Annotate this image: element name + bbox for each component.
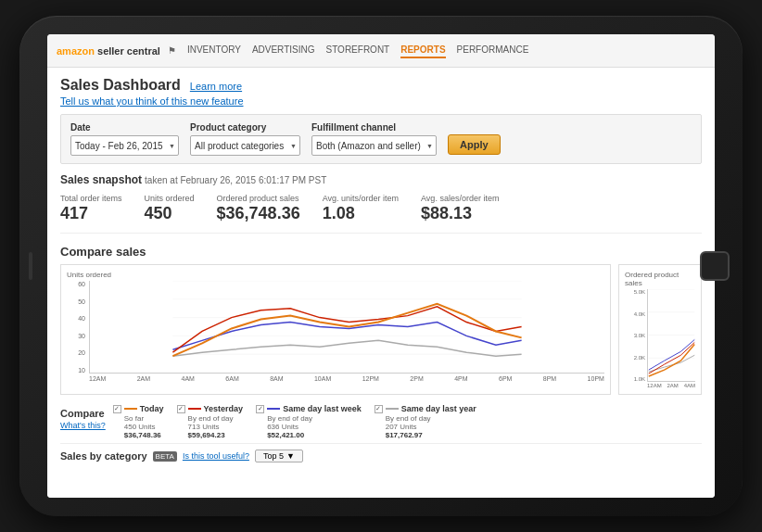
legend-yesterday: ✓ Yesterday By end of day 713 Units $59,…: [177, 404, 244, 439]
fulfillment-filter-group: Fulfillment channel Both (Amazon and sel…: [311, 122, 437, 156]
date-filter-group: Date Today - Feb 26, 2015: [70, 122, 179, 156]
category-filter-group: Product category All product categories: [190, 122, 300, 156]
learn-more-link[interactable]: Learn more: [190, 81, 242, 92]
y-30: 30: [67, 333, 85, 339]
side-chart-svg-wrapper: 12AM 2AM 4AM: [647, 289, 695, 388]
metrics-row: Total order items 417 Units ordered 450 …: [60, 194, 702, 234]
side-y-5k: 5.0K: [625, 289, 645, 295]
snapshot-title: Sales snapshot: [60, 173, 142, 186]
legend-last-week-checkbox[interactable]: ✓: [256, 405, 264, 413]
x-2pm: 2PM: [410, 375, 423, 382]
legend-last-week-name: Same day last week: [283, 404, 362, 413]
metric-units-ordered: Units ordered 450: [145, 194, 195, 223]
metric-avg-sales: Avg. sales/order item $88.13: [421, 194, 499, 223]
nav-links: INVENTORY ADVERTISING STOREFRONT REPORTS…: [187, 43, 528, 58]
side-y-3k: 3.0K: [625, 333, 645, 338]
x-12am: 12AM: [89, 375, 106, 382]
top5-button[interactable]: Top 5 ▼: [255, 450, 303, 462]
main-content: Sales Dashboard Learn more Tell us what …: [47, 68, 715, 498]
legend-last-year-sub: By end of day: [375, 414, 476, 423]
top5-chevron-icon: ▼: [286, 451, 295, 461]
x-axis-labels: 12AM 2AM 4AM 6AM 8AM 10AM 12PM 2PM 4PM 6…: [89, 375, 604, 382]
nav-reports[interactable]: REPORTS: [400, 43, 445, 58]
x-4am: 4AM: [182, 375, 195, 382]
main-chart: Units ordered 60 50 40 30 20 10: [60, 264, 611, 395]
y-40: 40: [67, 315, 85, 322]
legend-yesterday-name: Yesterday: [204, 404, 244, 413]
feedback-link[interactable]: Tell us what you think of this new featu…: [60, 95, 702, 107]
bottom-bar: Sales by category BETA Is this tool usef…: [60, 443, 702, 468]
side-x-4am: 4AM: [684, 383, 695, 388]
flag-icon: ⚑: [168, 45, 176, 56]
metric-label-3: Avg. units/order item: [323, 194, 399, 203]
legend-last-week: ✓ Same day last week By end of day 636 U…: [256, 404, 362, 439]
yesterday-color-swatch: [188, 408, 201, 410]
top5-label: Top 5: [263, 451, 284, 461]
legend-last-year: ✓ Same day last year By end of day 207 U…: [375, 404, 476, 439]
metric-label-4: Avg. sales/order item: [421, 194, 499, 203]
side-y-1k: 1.0K: [625, 376, 645, 382]
fulfillment-select[interactable]: Both (Amazon and seller): [311, 135, 437, 156]
side-y-4k: 4.0K: [625, 311, 645, 317]
compare-label-group: Compare What's this?: [60, 404, 106, 430]
side-chart: Ordered product sales 5.0K 4.0K 3.0K 2.0…: [618, 264, 702, 395]
nav-advertising[interactable]: ADVERTISING: [252, 43, 315, 58]
today-color-swatch: [124, 408, 137, 410]
metric-avg-units: Avg. units/order item 1.08: [323, 194, 399, 223]
legend-last-week-amount: $52,421.00: [256, 431, 362, 439]
x-8am: 8AM: [270, 375, 283, 382]
y-20: 20: [67, 349, 85, 356]
legend-yesterday-checkbox[interactable]: ✓: [177, 405, 185, 413]
fulfillment-label: Fulfillment channel: [311, 122, 437, 133]
page-header: Sales Dashboard Learn more: [60, 77, 702, 94]
side-y-2k: 2.0K: [625, 355, 645, 361]
x-4pm: 4PM: [454, 375, 467, 382]
sales-by-category-label: Sales by category: [60, 450, 147, 462]
snapshot-header: Sales snapshot taken at February 26, 201…: [60, 173, 702, 186]
apply-button[interactable]: Apply: [448, 134, 501, 155]
charts-container: Units ordered 60 50 40 30 20 10: [60, 264, 702, 395]
legend-items: ✓ Today So far 450 Units $36,748.36 ✓: [113, 404, 476, 439]
nav-performance[interactable]: PERFORMANCE: [457, 43, 529, 58]
metric-value-3: 1.08: [323, 204, 399, 223]
amazon-logo: amazon seller central: [57, 45, 160, 57]
metric-label-2: Ordered product sales: [217, 194, 300, 203]
x-10am: 10AM: [314, 375, 331, 382]
whats-this-link[interactable]: What's this?: [60, 421, 106, 430]
metric-value-2: $36,748.36: [217, 204, 300, 223]
legend-last-year-checkbox[interactable]: ✓: [375, 405, 383, 413]
x-12pm: 12PM: [362, 375, 379, 382]
legend-today-units: 450 Units: [113, 423, 164, 431]
y-10: 10: [67, 367, 85, 374]
x-6am: 6AM: [225, 375, 238, 382]
x-6pm: 6PM: [499, 375, 512, 382]
legend-yesterday-sub: By end of day: [177, 414, 244, 423]
category-label: Product category: [190, 122, 300, 133]
last-year-color-swatch: [386, 408, 399, 410]
last-week-color-swatch: [267, 408, 280, 410]
metric-label-1: Units ordered: [145, 194, 195, 203]
date-select[interactable]: Today - Feb 26, 2015: [70, 135, 179, 156]
date-select-wrapper: Today - Feb 26, 2015: [70, 135, 179, 156]
x-8pm: 8PM: [543, 375, 556, 382]
metric-ordered-product-sales: Ordered product sales $36,748.36: [217, 194, 300, 223]
legend-last-week-sub: By end of day: [256, 414, 362, 423]
metric-total-order-items: Total order items 417: [60, 194, 122, 223]
screen: amazon seller central ⚑ INVENTORY ADVERT…: [47, 34, 715, 498]
category-select[interactable]: All product categories: [190, 135, 300, 156]
x-2am: 2AM: [137, 375, 150, 382]
legend-last-year-units: 207 Units: [375, 423, 476, 431]
metric-value-0: 417: [60, 204, 122, 223]
y-60: 60: [67, 281, 85, 287]
legend-today-checkbox[interactable]: ✓: [113, 405, 121, 413]
nav-inventory[interactable]: INVENTORY: [187, 43, 241, 58]
nav-storefront[interactable]: STOREFRONT: [326, 43, 390, 58]
category-select-wrapper: All product categories: [190, 135, 300, 156]
date-label: Date: [70, 122, 179, 133]
fulfillment-select-wrapper: Both (Amazon and seller): [311, 135, 437, 156]
legend-today-row: ✓ Today: [113, 404, 164, 413]
legend-last-year-name: Same day last year: [401, 404, 476, 413]
useful-link[interactable]: Is this tool useful?: [183, 451, 249, 461]
compare-sales-title: Compare sales: [60, 245, 702, 259]
compare-section: Compare What's this? ✓ Today So far 450 …: [60, 404, 702, 439]
